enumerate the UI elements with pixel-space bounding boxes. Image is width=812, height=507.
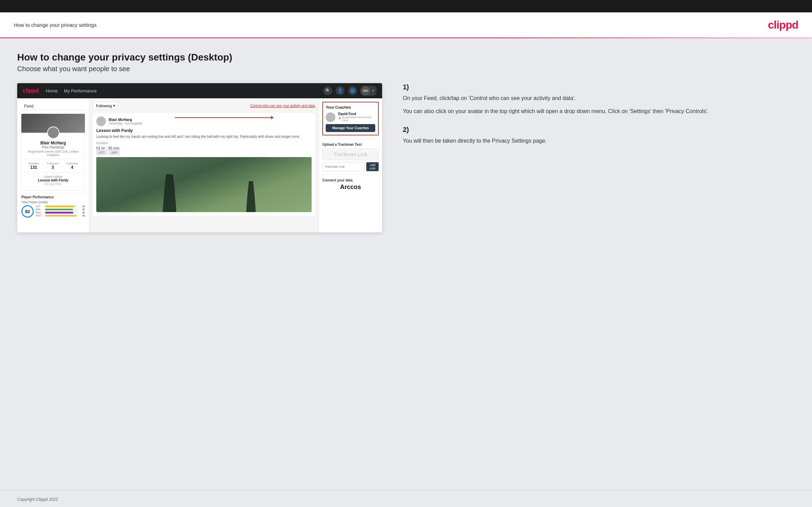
post-duration-value: 01 hr : 30 min	[96, 146, 312, 150]
chevron-down-icon: ▼	[371, 89, 375, 92]
metric-putt-label: PUTT	[36, 214, 44, 217]
post-date: Yesterday · Sunningdale	[109, 122, 142, 125]
metric-app-bar	[45, 209, 73, 210]
metric-arg-label: ARG	[36, 211, 44, 214]
search-icon[interactable]: 🔍	[323, 86, 332, 95]
post-title: Lesson with Fordy	[96, 128, 312, 133]
instructions-panel: 1) On your Feed, click/tap on 'Control w…	[396, 83, 795, 156]
app-right-panel: Your Coaches David Ford 📍 Royal North De…	[318, 98, 382, 232]
location-icon: 📍	[338, 118, 342, 121]
metric-app-bar-bg	[45, 209, 78, 210]
quality-label: Total Player Quality	[21, 200, 85, 204]
metric-app: APP 85	[36, 208, 85, 211]
coach-info: David Ford 📍 Royal North Devon Golf Club	[338, 112, 375, 122]
app-nav: clippd Home My Performance 🔍 👤 🌐 BM ▼	[17, 83, 382, 98]
player-performance: Player Performance Total Player Quality …	[21, 191, 85, 220]
app-nav-icons: 🔍 👤 🌐 BM ▼	[323, 86, 377, 96]
latest-activity-date: 03 Aug 2022	[24, 182, 82, 186]
trackman-input[interactable]	[322, 162, 365, 171]
activities-label: Activities	[28, 162, 39, 165]
footer: Copyright Clippd 2022	[0, 490, 812, 507]
post-tags: OTT APP	[96, 150, 312, 155]
person-icon[interactable]: 👤	[336, 86, 345, 95]
trackman-title: Upload a Trackman Test	[322, 143, 379, 146]
instruction-2-number: 2)	[403, 126, 788, 134]
instruction-1: 1) On your Feed, click/tap on 'Control w…	[403, 83, 788, 115]
followers-label: Followers	[47, 162, 58, 165]
connect-title: Connect your data	[322, 178, 379, 182]
instruction-2: 2) You will then be taken directly to th…	[403, 126, 788, 145]
arrow-line	[175, 117, 271, 118]
activities-value: 131	[28, 165, 39, 170]
score-circle: 92	[21, 205, 34, 218]
app-nav-performance[interactable]: My Performance	[64, 88, 97, 93]
coaches-section-wrapper: Your Coaches David Ford 📍 Royal North De…	[322, 102, 379, 135]
metric-ott: OTT 90	[36, 205, 85, 208]
section-divider-2	[322, 175, 379, 175]
metric-putt-value: 96	[79, 214, 85, 217]
post-body: Looking to feel like my hands are exitin…	[96, 134, 312, 139]
metric-ott-value: 90	[79, 205, 85, 208]
control-privacy-link[interactable]: Control who can see your activity and da…	[250, 104, 315, 108]
coach-club-name: Royal North Devon Golf Club	[342, 116, 375, 122]
instruction-1-text: On your Feed, click/tap on 'Control who …	[403, 94, 788, 115]
avatar-button[interactable]: BM ▼	[360, 86, 377, 96]
nav-avatar: BM	[361, 86, 370, 95]
arccos-logo: Arccos	[322, 184, 379, 191]
coach-club: 📍 Royal North Devon Golf Club	[338, 116, 375, 122]
stat-followers: Followers 3	[47, 162, 58, 170]
post-duration-label: Duration	[96, 141, 312, 145]
latest-activity-label: Latest Activity	[24, 175, 82, 178]
profile-banner	[21, 114, 85, 133]
trackman-input-row: Add Link	[322, 162, 379, 171]
instruction-2-text: You will then be taken directly to the P…	[403, 136, 788, 145]
following-label: Following	[66, 162, 78, 165]
globe-icon[interactable]: 🌐	[348, 86, 357, 95]
latest-activity: Latest Activity Lesson with Fordy 03 Aug…	[24, 173, 82, 188]
feed-header: Following ▾ Control who can see your act…	[93, 102, 315, 110]
feed-tab[interactable]: Feed	[21, 102, 85, 110]
following-label: Following	[96, 104, 112, 108]
quality-row: 92 OTT 90	[21, 205, 85, 218]
main-content: How to change your privacy settings (Des…	[0, 38, 812, 490]
following-button[interactable]: Following ▾	[93, 102, 118, 110]
metric-arg-value: 86	[79, 211, 85, 214]
coach-avatar	[326, 112, 335, 122]
app-nav-logo: clippd	[23, 88, 39, 94]
connect-section: Connect your data Arccos	[322, 178, 379, 191]
post-author-info: Blair McHarg Yesterday · Sunningdale	[109, 118, 142, 125]
post-avatar	[96, 117, 106, 126]
content-row: clippd Home My Performance 🔍 👤 🌐 BM ▼	[17, 83, 795, 232]
app-sidebar: Feed Blair McHarg Plus Handicap Royal No…	[17, 98, 89, 232]
header: How to change your privacy settings clip…	[0, 12, 812, 37]
coach-name: David Ford	[338, 112, 375, 116]
metric-arg-bar-bg	[45, 212, 78, 213]
metrics: OTT 90 APP	[36, 205, 85, 218]
add-link-button[interactable]: Add Link	[366, 162, 379, 171]
logo: clippd	[768, 19, 798, 31]
trackman-placeholder: Trackman Link	[322, 148, 379, 160]
app-screenshot-wrapper: clippd Home My Performance 🔍 👤 🌐 BM ▼	[17, 83, 382, 232]
following-chevron-icon: ▾	[113, 103, 115, 108]
app-nav-home[interactable]: Home	[46, 88, 58, 93]
profile-stats: Activities 131 Followers 3 Following 4	[24, 159, 82, 173]
metric-ott-bar-bg	[45, 206, 78, 207]
instruction-1-para-2: You can also click on your avatar in the…	[403, 107, 788, 116]
metric-arg: ARG 86	[36, 211, 85, 214]
metric-putt-bar-bg	[45, 215, 78, 217]
profile-name: Blair McHarg	[24, 141, 82, 145]
post-image	[96, 157, 312, 212]
instruction-1-para-1: On your Feed, click/tap on 'Control who …	[403, 94, 788, 103]
page-subheading: Choose what you want people to see	[17, 65, 795, 73]
instruction-1-number: 1)	[403, 83, 788, 91]
manage-coaches-button[interactable]: Manage Your Coaches	[326, 124, 375, 132]
metric-ott-bar	[45, 206, 75, 207]
arrow-head-icon	[271, 116, 274, 119]
trackman-section: Upload a Trackman Test Trackman Link Add…	[322, 143, 379, 171]
stat-following: Following 4	[66, 162, 78, 170]
profile-info: Blair McHarg Plus Handicap Royal North D…	[21, 133, 85, 191]
coaches-section: Your Coaches David Ford 📍 Royal North De…	[322, 102, 379, 135]
player-performance-title: Player Performance	[21, 193, 85, 199]
metric-putt-bar	[45, 215, 76, 217]
coach-row: David Ford 📍 Royal North Devon Golf Club	[326, 112, 375, 122]
